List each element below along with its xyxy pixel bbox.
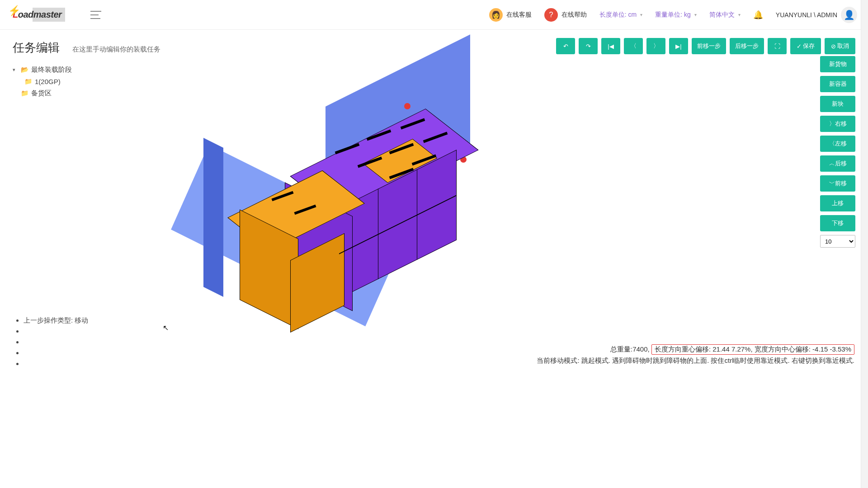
chevron-down-icon: ▾ (694, 12, 697, 17)
app-header: ⚡ Loadmaster 👩 在线客服 ? 在线帮助 长度单位: cm ▾ 重量… (0, 0, 868, 30)
move-step-backward-button[interactable]: 后移一步 (730, 38, 764, 54)
folder-open-icon: 📂 (21, 66, 28, 73)
logo-text: oadmaster (18, 9, 62, 19)
log-entry-empty (24, 360, 88, 371)
notifications-icon[interactable]: 🔔 (753, 10, 763, 20)
customer-service-link[interactable]: 👩 在线客服 (489, 8, 532, 22)
weight-unit-label: 重量单位: kg (655, 11, 691, 19)
expand-icon: ⛶ (774, 43, 780, 50)
cancel-label: 取消 (837, 42, 849, 50)
move-left-label: 左移 (835, 140, 847, 148)
logo[interactable]: ⚡ Loadmaster (11, 7, 72, 23)
side-actions: 新货物 新容器 新块 〉右移 〈左移 ︿后移 ﹀前移 上移 下移 10 (820, 56, 855, 248)
move-back-button[interactable]: ︿后移 (820, 155, 855, 172)
move-right-label: 右移 (835, 120, 847, 128)
chevron-right-icon: 〉 (653, 42, 659, 50)
undo-button[interactable]: ↶ (556, 38, 575, 54)
save-button[interactable]: ✓ 保存 (790, 38, 821, 54)
chevron-down-icon: ▾ (738, 12, 741, 17)
cancel-icon: ⊘ (831, 43, 836, 50)
help-icon: ? (544, 8, 558, 22)
log-entry-empty (24, 338, 88, 349)
language-dropdown[interactable]: 简体中文 ▾ (709, 11, 741, 19)
username-label: YUANYUNLI \ ADMIN (776, 11, 837, 19)
editor-toolbar: ↶ ↷ |◀ 〈 〉 ▶| 前移一步 后移一步 ⛶ ✓ 保存 ⊘ 取消 (556, 38, 855, 54)
tree-item-label: 备货区 (31, 89, 52, 98)
online-help-link[interactable]: ? 在线帮助 (544, 8, 587, 22)
new-cargo-button[interactable]: 新货物 (820, 56, 855, 72)
operation-log: 上一步操作类型: 移动 (15, 316, 88, 371)
last-step-button[interactable]: ▶| (669, 38, 688, 54)
fullscreen-button[interactable]: ⛶ (768, 38, 787, 54)
log-entry: 上一步操作类型: 移动 (24, 316, 88, 327)
save-label: 保存 (803, 42, 815, 50)
user-menu[interactable]: YUANYUNLI \ ADMIN 👤 (776, 7, 857, 23)
page-subtitle: 在这里手动编辑你的装载任务 (72, 45, 160, 54)
move-left-button[interactable]: 〈左移 (820, 136, 855, 152)
customer-service-label: 在线客服 (506, 11, 532, 19)
status-panel: 总重量:7400, 长度方向重心偏移: 21.44 7.27%, 宽度方向中心偏… (537, 344, 854, 365)
skip-start-icon: |◀ (608, 43, 613, 50)
user-avatar-icon: 👤 (841, 7, 857, 23)
weight-unit-dropdown[interactable]: 重量单位: kg ▾ (655, 11, 697, 19)
chevron-down-icon: ﹀ (829, 179, 835, 188)
chevron-up-icon: ︿ (829, 160, 835, 168)
length-unit-dropdown[interactable]: 长度单位: cm ▾ (599, 11, 642, 19)
chevron-left-icon: 〈 (631, 42, 637, 50)
offset-highlight: 长度方向重心偏移: 21.44 7.27%, 宽度方向中心偏移: -4.15 -… (651, 344, 854, 355)
chevron-down-icon: ▾ (640, 12, 642, 17)
main-content: 任务编辑 在这里手动编辑你的装载任务 ▾ 📂 最终装载阶段 📁 1(20GP) … (0, 30, 868, 488)
move-down-button[interactable]: 下移 (820, 215, 855, 231)
3d-viewport[interactable] (190, 89, 479, 333)
folder-icon: 📁 (24, 78, 32, 85)
language-label: 简体中文 (709, 11, 735, 19)
log-entry-empty (24, 349, 88, 360)
online-help-label: 在线帮助 (561, 11, 587, 19)
support-avatar-icon: 👩 (489, 8, 503, 22)
menu-toggle-icon[interactable] (90, 11, 101, 19)
move-up-button[interactable]: 上移 (820, 195, 855, 211)
tree-item-label: 1(20GP) (35, 78, 61, 85)
total-weight-value: 7400 (632, 345, 647, 353)
prev-step-button[interactable]: 〈 (624, 38, 643, 54)
tree-root-label: 最终装载阶段 (31, 66, 72, 74)
total-weight-label: 总重量: (610, 345, 632, 353)
first-step-button[interactable]: |◀ (601, 38, 620, 54)
move-right-button[interactable]: 〉右移 (820, 116, 855, 132)
log-entry-empty (24, 327, 88, 338)
folder-icon: 📁 (21, 89, 28, 97)
redo-icon: ↷ (586, 43, 591, 50)
new-block-button[interactable]: 新块 (820, 96, 855, 112)
length-unit-label: 长度单位: cm (599, 11, 637, 19)
move-front-label: 前移 (835, 179, 847, 188)
caret-down-icon: ▾ (13, 67, 18, 73)
next-step-button[interactable]: 〉 (646, 38, 665, 54)
skip-end-icon: ▶| (675, 43, 681, 50)
move-step-forward-button[interactable]: 前移一步 (692, 38, 726, 54)
move-back-label: 后移 (835, 160, 847, 168)
move-front-button[interactable]: ﹀前移 (820, 175, 855, 192)
mouse-cursor-icon: ↖ (163, 324, 169, 332)
step-size-select[interactable]: 10 (820, 235, 855, 248)
move-mode-hint: 当前移动模式: 跳起模式. 遇到障碍物时跳到障碍物的上面. 按住ctrl临时使用… (537, 357, 854, 365)
page-title: 任务编辑 (13, 40, 60, 56)
undo-icon: ↶ (563, 43, 568, 50)
check-icon: ✓ (797, 43, 802, 50)
chevron-left-icon: 〈 (829, 140, 835, 148)
bolt-icon: ⚡ (8, 5, 20, 17)
new-container-button[interactable]: 新容器 (820, 76, 855, 92)
chevron-right-icon: 〉 (829, 120, 835, 128)
redo-button[interactable]: ↷ (579, 38, 598, 54)
cancel-button[interactable]: ⊘ 取消 (825, 38, 855, 54)
